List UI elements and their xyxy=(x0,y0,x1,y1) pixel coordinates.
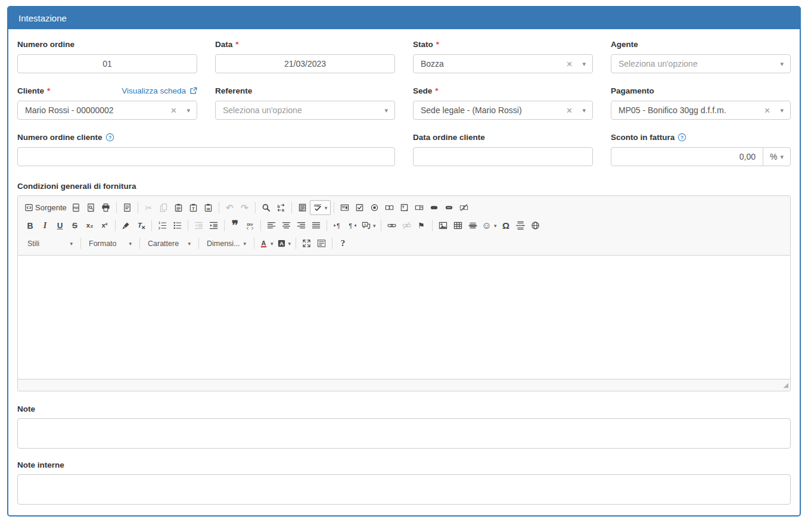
div-container-button[interactable]: DIV xyxy=(243,218,257,233)
hidden-field-button[interactable] xyxy=(456,200,471,215)
button-button[interactable] xyxy=(427,200,442,215)
align-left-button[interactable] xyxy=(264,218,279,233)
numero-ordine-input[interactable] xyxy=(17,54,197,73)
table-button[interactable] xyxy=(450,218,465,233)
sede-select[interactable]: Sede legale - (Mario Rossi) × ▾ xyxy=(413,101,593,120)
paste-text-button[interactable]: T xyxy=(186,200,201,215)
select-all-button[interactable] xyxy=(295,200,310,215)
export-pdf-button[interactable]: PDF xyxy=(69,200,83,215)
form-row-3: Numero ordine cliente ? Data ordine clie… xyxy=(17,132,791,166)
strikethrough-button[interactable]: S xyxy=(67,218,82,233)
smiley-button[interactable]: ☺▾ xyxy=(480,218,499,233)
textarea-button[interactable] xyxy=(397,200,412,215)
stato-select[interactable]: Bozza × ▾ xyxy=(413,54,593,73)
clear-icon[interactable]: × xyxy=(765,105,770,116)
cliente-select[interactable]: Mario Rossi - 00000002 × ▾ xyxy=(17,101,197,120)
clear-icon[interactable]: × xyxy=(171,105,177,116)
horizontal-rule-button[interactable] xyxy=(465,218,480,233)
pagamento-select[interactable]: MP05 - Bonifico 30gg d.f.f.m. × ▾ xyxy=(611,101,791,120)
image-button[interactable] xyxy=(436,218,450,233)
note-interne-textarea[interactable] xyxy=(17,474,791,505)
bidi-ltr-button[interactable]: ¶ xyxy=(330,218,345,233)
toolbar-separator xyxy=(332,238,332,249)
editor-content[interactable] xyxy=(18,256,790,379)
remove-format-button[interactable]: T xyxy=(133,218,148,233)
data-input[interactable] xyxy=(215,54,395,73)
anchor-button[interactable]: ⚑ xyxy=(414,218,429,233)
toolbar-separator xyxy=(115,220,116,231)
numbered-list-button[interactable]: 12 xyxy=(155,218,170,233)
bold-button[interactable]: B xyxy=(23,218,38,233)
iframe-button[interactable] xyxy=(528,218,543,233)
visualizza-scheda-label: Visualizza scheda xyxy=(122,86,186,95)
paste-word-button[interactable]: W xyxy=(201,200,216,215)
italic-button[interactable]: I xyxy=(38,218,52,233)
link-button[interactable] xyxy=(384,218,399,233)
rich-text-editor: SorgentePDF✂TW↶↷baABC▾BIUSx₂x²T12❞DIV¶¶A… xyxy=(17,195,791,391)
help-icon[interactable]: ? xyxy=(105,133,114,142)
svg-text:W: W xyxy=(206,207,210,211)
numero-ordine-cliente-input[interactable] xyxy=(17,147,395,166)
subscript-button[interactable]: x₂ xyxy=(82,218,97,233)
paste-button[interactable] xyxy=(171,200,186,215)
radio-button[interactable] xyxy=(367,200,382,215)
maximize-button[interactable] xyxy=(299,236,314,251)
sconto-unit-select[interactable]: % ▾ xyxy=(763,147,791,166)
horizontal-rule-icon xyxy=(468,221,477,230)
agente-select[interactable]: Seleziona un'opzione ▾ xyxy=(611,54,791,73)
data-ordine-cliente-input[interactable] xyxy=(413,147,593,166)
font-select[interactable]: Carattere▾ xyxy=(143,236,195,251)
checkbox-button[interactable] xyxy=(352,200,367,215)
templates-button[interactable] xyxy=(120,200,135,215)
align-center-icon xyxy=(282,221,291,230)
source-button[interactable]: Sorgente xyxy=(23,200,69,215)
indent-button[interactable] xyxy=(206,218,221,233)
required-asterisk: * xyxy=(436,40,439,49)
replace-icon: ba xyxy=(276,203,285,212)
justify-button[interactable] xyxy=(309,218,324,233)
text-field-button[interactable] xyxy=(382,200,397,215)
preview-button[interactable] xyxy=(83,200,98,215)
font-size-select-label: Dimensi... xyxy=(207,239,240,248)
spellcheck-button[interactable]: ABC▾ xyxy=(310,200,331,215)
select-field-button[interactable] xyxy=(412,200,427,215)
toolbar-separator xyxy=(116,202,117,213)
show-blocks-button[interactable] xyxy=(314,236,329,251)
required-asterisk: * xyxy=(235,40,238,49)
help-icon[interactable]: ? xyxy=(678,133,686,142)
print-button[interactable] xyxy=(98,200,113,215)
styles-select[interactable]: Stili▾ xyxy=(23,236,77,251)
source-button-label: Sorgente xyxy=(35,203,67,212)
underline-button[interactable]: U xyxy=(52,218,67,233)
about-button[interactable]: ? xyxy=(335,236,350,251)
visualizza-scheda-link[interactable]: Visualizza scheda xyxy=(122,86,197,95)
font-size-select[interactable]: Dimensi...▾ xyxy=(202,236,251,251)
chevron-down-icon: ▾ xyxy=(494,223,497,229)
copy-formatting-button[interactable] xyxy=(119,218,133,233)
image-button-button[interactable] xyxy=(442,200,456,215)
format-select[interactable]: Formato▾ xyxy=(84,236,136,251)
form-button[interactable] xyxy=(337,200,352,215)
referente-select[interactable]: Seleziona un'opzione ▾ xyxy=(215,101,395,120)
replace-button[interactable]: ba xyxy=(274,200,288,215)
bg-color-button[interactable]: A▾ xyxy=(275,236,293,251)
bidi-rtl-button[interactable]: ¶ xyxy=(345,218,360,233)
image-button-icon xyxy=(445,203,453,212)
clear-icon[interactable]: × xyxy=(567,105,573,116)
resize-handle[interactable]: ◢ xyxy=(784,382,788,388)
language-button[interactable]: A▾ xyxy=(360,218,378,233)
superscript-button[interactable]: x² xyxy=(97,218,112,233)
align-center-button[interactable] xyxy=(279,218,294,233)
special-char-button[interactable]: Ω xyxy=(498,218,513,233)
note-textarea[interactable] xyxy=(17,418,791,449)
toolbar-separator xyxy=(432,220,433,231)
blockquote-button[interactable]: ❞ xyxy=(228,218,243,233)
paste-icon xyxy=(174,203,183,212)
clear-icon[interactable]: × xyxy=(567,59,573,69)
sconto-input[interactable] xyxy=(611,147,763,166)
text-color-button[interactable]: A▾ xyxy=(257,236,275,251)
bulleted-list-button[interactable] xyxy=(170,218,185,233)
find-button[interactable] xyxy=(259,200,274,215)
page-break-button[interactable] xyxy=(513,218,528,233)
align-right-button[interactable] xyxy=(294,218,309,233)
